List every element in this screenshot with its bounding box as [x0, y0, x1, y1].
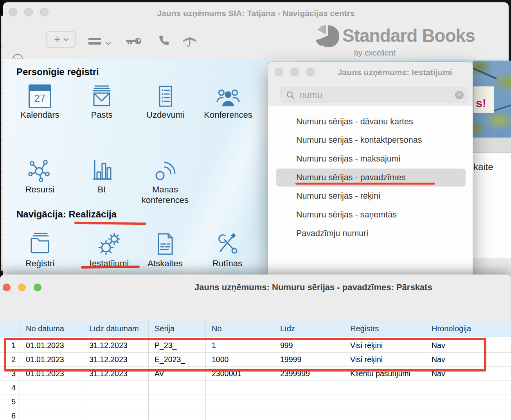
people-group-icon [216, 84, 241, 108]
background-window-edge [0, 0, 3, 271]
section-header-navigation: Navigācija: Realizācija [16, 209, 117, 220]
logo-name: Standard Books [342, 25, 475, 46]
network-nodes-icon [27, 158, 52, 183]
result-item[interactable]: Numuru sērijas - maksājumi [268, 153, 473, 165]
zoom-button[interactable] [306, 68, 315, 76]
main-toolbar: Standard Books by excellent [3, 22, 509, 59]
logo-tagline: by excellent [354, 48, 396, 57]
result-item[interactable]: Numuru sērijas - kontaktpersonas [268, 134, 473, 146]
report-document-icon [153, 232, 178, 257]
umbrella-icon[interactable] [182, 35, 197, 49]
nav-item-label: Pasts [70, 109, 133, 120]
background-photo: s! [473, 61, 511, 137]
new-record-chevron-icon [63, 38, 68, 41]
nav-item-uzdevumi[interactable]: Uzdevumi [134, 84, 197, 120]
nav-item-registri[interactable]: Reģistri [9, 232, 71, 269]
result-item[interactable]: Numuru sērijas - rēķini [268, 190, 473, 202]
wifi-person-icon [153, 158, 178, 183]
column-header: No [205, 321, 274, 337]
result-item-selected[interactable]: Numuru sērijas - pavadzīmes [268, 172, 473, 183]
close-button[interactable] [3, 284, 11, 291]
task-list-icon [153, 84, 178, 108]
background-field [473, 137, 511, 153]
nav-item-label: Uzdevumi [134, 109, 197, 120]
standard-books-logo-icon [315, 24, 339, 50]
folder-icon [27, 232, 52, 257]
key-icon[interactable] [125, 36, 142, 48]
zoom-button[interactable] [34, 284, 41, 291]
new-record-button[interactable] [46, 31, 76, 48]
plus-icon [54, 36, 60, 43]
nav-item-label: Konferences [197, 109, 259, 120]
minimize-button[interactable] [290, 68, 299, 76]
main-titlebar[interactable]: Jauns uzņēmums SIA: Tatjana - Navigācija… [3, 2, 509, 22]
calendar-icon: 27 [29, 84, 51, 108]
desktop: Jauns uzņēmums SIA: Tatjana - Navigācija… [0, 0, 511, 420]
nav-item-label: Kalendārs [9, 109, 71, 120]
nav-item-label: Rutīnas [196, 258, 259, 269]
row-number: 5 [0, 395, 20, 409]
result-item[interactable]: Numuru sērijas - dāvanu kartes [268, 116, 473, 127]
nav-item-rutinas[interactable]: Rutīnas [196, 232, 259, 269]
nav-item-label: Atskaites [134, 258, 196, 269]
calendar-day: 27 [30, 92, 50, 104]
nav-item-label: Reģistri [9, 258, 71, 269]
branch-shape [473, 67, 497, 79]
overview-titlebar[interactable]: Jauns uzņēmums: Numuru sērijas - pavadzī… [0, 275, 511, 295]
row-number: 6 [0, 409, 20, 420]
overview-window-title: Jauns uzņēmums: Numuru sērijas - pavadzī… [194, 282, 432, 293]
photo-badge-text: s! [476, 97, 486, 110]
nav-item-pasts[interactable]: Pasts [70, 84, 133, 120]
settings-titlebar[interactable]: Jauns uzņēmums: Iestatījumi [268, 62, 473, 82]
column-header: Sērija [148, 321, 205, 337]
search-icon [286, 91, 295, 99]
bar-chart-icon [89, 158, 114, 183]
list-menu-button[interactable] [88, 36, 101, 47]
minimize-button[interactable] [18, 284, 26, 291]
nav-item-kalendars[interactable]: 27 Kalendārs [9, 84, 71, 120]
settings-window: Jauns uzņēmums: Iestatījumi ✕ Numuru sēr… [268, 62, 473, 275]
column-header: Hronoloģija [425, 321, 511, 337]
main-window-title: Jauns uzņēmums SIA: Tatjana - Navigācija… [3, 9, 509, 18]
clear-search-icon[interactable]: ✕ [455, 91, 464, 99]
nav-item-label: BI [70, 184, 133, 195]
nav-item-bi[interactable]: BI [70, 158, 133, 195]
column-header: No datuma [20, 321, 83, 337]
mail-icon [89, 84, 114, 108]
nav-item-manas-konferences[interactable]: Manas konferences [134, 158, 196, 205]
table-row[interactable]: 4 [0, 381, 511, 395]
gears-icon [97, 232, 122, 257]
result-item[interactable]: Numuru sērijas - saņemtās [268, 209, 473, 221]
column-header-rownum [0, 321, 20, 337]
nav-item-label: Resursi [9, 184, 71, 195]
nav-item-label-line1: Manas [134, 184, 196, 195]
nav-item-iestatijumi[interactable]: Iestatījumi [78, 232, 140, 269]
tools-icon [215, 232, 240, 257]
settings-window-title: Jauns uzņēmums: Iestatījumi [319, 68, 471, 77]
background-partial-text: kaite [473, 162, 493, 172]
photo-badge: s! [473, 86, 494, 113]
row-number: 4 [0, 381, 20, 395]
search-input[interactable] [299, 89, 449, 101]
column-header: Līdz datumam [83, 321, 148, 337]
list-menu-chevron-icon[interactable] [106, 40, 111, 47]
phone-icon[interactable] [157, 34, 170, 49]
table-row[interactable]: 6 [0, 409, 511, 420]
result-item[interactable]: Pavadzīmju numuri [268, 228, 473, 239]
column-header: Līdz [274, 321, 344, 337]
nav-item-konferences[interactable]: Konferences [197, 84, 259, 120]
nav-item-atskaites[interactable]: Atskaites [134, 232, 196, 269]
nav-item-label-line2: konferences [134, 195, 196, 205]
background-panel: kaite [473, 153, 511, 258]
table-header-row: No datuma Līdz datumam Sērija No Līdz Re… [0, 321, 511, 337]
search-field[interactable]: ✕ [281, 87, 468, 102]
number-series-overview-window: Jauns uzņēmums: Numuru sērijas - pavadzī… [0, 275, 511, 420]
nav-item-resursi[interactable]: Resursi [9, 158, 71, 195]
annotation-rect-rows-1-2 [4, 338, 486, 372]
annotation-underline-pavadzimes [295, 183, 435, 185]
table-row[interactable]: 5 [0, 395, 511, 409]
settings-results-panel: Numuru sērijas - dāvanu kartes Numuru sē… [268, 106, 473, 275]
close-button[interactable] [275, 68, 283, 76]
column-header: Reģistrs [344, 321, 425, 337]
background-window-strip: s! kaite [473, 61, 511, 278]
